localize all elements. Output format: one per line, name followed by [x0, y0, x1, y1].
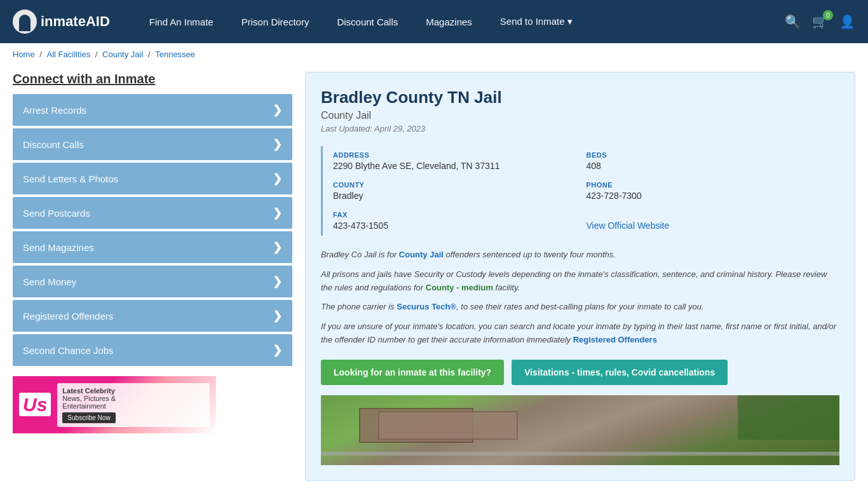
website-spacer [587, 211, 832, 219]
search-icon[interactable]: 🔍 [785, 14, 801, 29]
site-logo[interactable]: inmateAID [13, 10, 110, 34]
arrow-icon: ❯ [273, 206, 282, 220]
address-value: 2290 Blythe Ave SE, Cleveland, TN 37311 [333, 161, 579, 171]
desc-paragraph-1: Bradley Co Jail is for County Jail offen… [321, 248, 839, 262]
county-label: COUNTY [333, 181, 579, 189]
securus-link[interactable]: Securus Tech® [397, 302, 456, 311]
county-value: Bradley [333, 191, 579, 201]
connect-title: Connect with an Inmate [13, 72, 292, 86]
facility-title: Bradley County TN Jail [321, 88, 839, 107]
sidebar-item-send-magazines[interactable]: Send Magazines ❯ [13, 231, 292, 263]
logo-icon [13, 10, 37, 34]
registered-offenders-link[interactable]: Registered Offenders [573, 335, 657, 344]
nav-magazines[interactable]: Magazines [412, 0, 486, 43]
main-container: Connect with an Inmate Arrest Records ❯ … [0, 65, 868, 488]
ad-banner[interactable]: Us Latest Celebrity News, Pictures & Ent… [13, 376, 216, 433]
phone-label: PHONE [587, 181, 832, 189]
arrow-icon: ❯ [273, 240, 282, 254]
sidebar-item-second-chance-jobs[interactable]: Second Chance Jobs ❯ [13, 334, 292, 366]
breadcrumb-home[interactable]: Home [13, 50, 35, 59]
county-cell: COUNTY Bradley [333, 176, 587, 206]
arrow-icon: ❯ [273, 172, 282, 186]
facility-photo [321, 395, 839, 465]
breadcrumb: Home / All Facilities / County Jail / Te… [0, 43, 868, 65]
beds-cell: BEDS 408 [587, 146, 840, 176]
sidebar-item-send-money[interactable]: Send Money ❯ [13, 266, 292, 297]
arrow-icon: ❯ [273, 343, 282, 357]
sidebar-item-send-postcards[interactable]: Send Postcards ❯ [13, 197, 292, 229]
facility-last-updated: Last Updated: April 29, 2023 [321, 124, 839, 133]
arrow-icon: ❯ [273, 103, 282, 117]
nav-prison-directory[interactable]: Prison Directory [227, 0, 323, 43]
breadcrumb-tennessee[interactable]: Tennessee [155, 50, 195, 59]
visitations-button[interactable]: Visitations - times, rules, Covid cancel… [512, 360, 728, 385]
arrow-icon: ❯ [273, 274, 282, 288]
sidebar: Connect with an Inmate Arrest Records ❯ … [13, 72, 292, 481]
desc-paragraph-4: If you are unsure of your inmate's locat… [321, 320, 839, 347]
arrow-icon: ❯ [273, 137, 282, 151]
website-cell: View Official Website [587, 206, 840, 236]
desc-paragraph-3: The phone carrier is Securus Tech®, to s… [321, 301, 839, 314]
nav-send-to-inmate[interactable]: Send to Inmate ▾ [486, 0, 587, 43]
ad-logo: Us [19, 394, 51, 416]
main-nav: Find An Inmate Prison Directory Discount… [135, 0, 785, 43]
fax-value: 423-473-1505 [333, 220, 579, 231]
official-website-link[interactable]: View Official Website [587, 220, 670, 231]
beds-value: 408 [587, 161, 832, 171]
sidebar-item-send-letters[interactable]: Send Letters & Photos ❯ [13, 163, 292, 194]
site-header: inmateAID Find An Inmate Prison Director… [0, 0, 868, 43]
ad-content: Latest Celebrity News, Pictures & Entert… [57, 383, 210, 427]
nav-discount-calls[interactable]: Discount Calls [323, 0, 412, 43]
user-icon[interactable]: 👤 [839, 14, 855, 29]
phone-cell: PHONE 423-728-7300 [587, 176, 840, 206]
header-icons: 🔍 🛒 0 👤 [785, 14, 855, 29]
facility-content: Bradley County TN Jail County Jail Last … [305, 72, 855, 481]
cart-icon[interactable]: 🛒 0 [812, 14, 828, 29]
facility-info-grid: ADDRESS 2290 Blythe Ave SE, Cleveland, T… [321, 146, 839, 236]
action-buttons: Looking for an inmate at this facility? … [321, 360, 839, 385]
beds-label: BEDS [587, 151, 832, 159]
county-medium-link[interactable]: County - medium [426, 283, 493, 292]
find-inmate-button[interactable]: Looking for an inmate at this facility? [321, 360, 504, 385]
sidebar-item-arrest-records[interactable]: Arrest Records ❯ [13, 94, 292, 126]
sidebar-menu: Arrest Records ❯ Discount Calls ❯ Send L… [13, 94, 292, 366]
desc-paragraph-2: All prisons and jails have Security or C… [321, 268, 839, 295]
ad-cta-button[interactable]: Subscribe Now [62, 412, 115, 423]
nav-find-inmate[interactable]: Find An Inmate [135, 0, 227, 43]
logo-text: inmateAID [41, 13, 110, 30]
breadcrumb-all-facilities[interactable]: All Facilities [47, 50, 91, 59]
facility-type: County Jail [321, 110, 839, 121]
sidebar-item-registered-offenders[interactable]: Registered Offenders ❯ [13, 300, 292, 332]
sidebar-item-discount-calls[interactable]: Discount Calls ❯ [13, 128, 292, 160]
breadcrumb-county-jail[interactable]: County Jail [102, 50, 143, 59]
fax-label: FAX [333, 211, 579, 219]
phone-value: 423-728-7300 [587, 191, 832, 201]
fax-cell: FAX 423-473-1505 [333, 206, 587, 236]
cart-badge: 0 [823, 10, 833, 20]
arrow-icon: ❯ [273, 309, 282, 323]
address-cell: ADDRESS 2290 Blythe Ave SE, Cleveland, T… [333, 146, 587, 176]
county-jail-link-1[interactable]: County Jail [399, 250, 444, 259]
address-label: ADDRESS [333, 151, 579, 159]
